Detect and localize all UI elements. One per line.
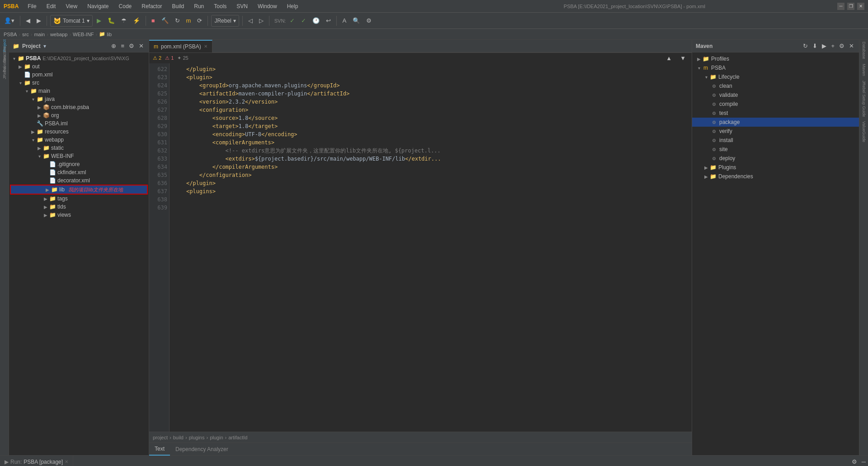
valueguide-icon[interactable]: ValueGuide — [860, 119, 868, 144]
bc-artifactid[interactable]: artifactId — [228, 435, 247, 440]
code-editor[interactable]: </plugin> <plugin> <groupId>org.apache.m… — [170, 63, 692, 432]
maven-deploy[interactable]: ⚙ deploy — [692, 154, 859, 163]
menu-edit[interactable]: Edit — [45, 2, 58, 10]
maven-validate[interactable]: ⚙ validate — [692, 90, 859, 100]
project-scroll-target[interactable]: ⊕ — [110, 42, 118, 50]
tree-item-webinf[interactable]: ▾ 📁 WEB-INF — [9, 152, 149, 160]
toolbar-user-icon[interactable]: 👤▾ — [2, 16, 17, 25]
warnings-down[interactable]: ▼ — [678, 53, 688, 63]
bc-project[interactable]: project — [153, 435, 168, 440]
tomcat-dropdown[interactable]: 🐱 Tomcat 1 ▾ — [50, 15, 93, 27]
tree-item-lib[interactable]: ▶ 📁 lib 我的项目lib文件夹所在地 — [10, 185, 148, 195]
svn-commit[interactable]: ✓ — [299, 16, 308, 25]
menu-navigate[interactable]: Navigate — [85, 2, 110, 10]
tree-item-psba-iml[interactable]: ▶ 🔧 PSBA.iml — [9, 119, 149, 128]
tab-pom-xml[interactable]: m pom.xml (PSBA) ✕ — [149, 40, 212, 52]
maven-install[interactable]: ⚙ install — [692, 136, 859, 145]
toolbar-back-icon[interactable]: ◀ — [24, 16, 33, 25]
tree-item-com[interactable]: ▶ 📦 com.blrise.psba — [9, 103, 149, 111]
menu-file[interactable]: File — [26, 2, 38, 10]
run-tab-close[interactable]: ✕ — [65, 459, 68, 464]
tree-item-tags[interactable]: ▶ 📁 tags — [9, 195, 149, 203]
breadcrumb-src[interactable]: src — [22, 32, 29, 37]
maven-profiles[interactable]: ▶ 📁 Profiles — [692, 54, 859, 63]
bc-build[interactable]: build — [173, 435, 184, 440]
project-panel-chevron[interactable]: ▾ — [43, 43, 46, 49]
bottom-minimize[interactable]: ─ — [859, 457, 868, 466]
reload-button[interactable]: ⟳ — [195, 16, 204, 25]
breadcrumb-webapp[interactable]: webapp — [50, 32, 68, 37]
maven-plugins[interactable]: ▶ 📁 Plugins — [692, 163, 859, 172]
bc-plugin[interactable]: plugin — [210, 435, 223, 440]
project-collapse[interactable]: ≡ — [119, 42, 126, 50]
menu-window[interactable]: Window — [256, 2, 279, 10]
maven-psba[interactable]: ▾ m PSBA — [692, 63, 859, 72]
bc-plugins[interactable]: plugins — [189, 435, 205, 440]
warnings-up[interactable]: ▲ — [664, 53, 674, 63]
tree-item-ckfinder[interactable]: ▶ 📄 ckfinder.xml — [9, 168, 149, 176]
breadcrumb-main[interactable]: main — [34, 32, 45, 37]
maven-test[interactable]: ⚙ test — [692, 109, 859, 118]
debug-button[interactable]: 🐛 — [105, 16, 117, 25]
jrebel-setup-icon[interactable]: JRebel Setup Guide — [860, 79, 868, 119]
tree-item-java[interactable]: ▾ 📁 java — [9, 95, 149, 103]
maven-add[interactable]: + — [830, 42, 836, 50]
tree-item-gitignore[interactable]: ▶ 📄 .gitignore — [9, 160, 149, 168]
maven-package[interactable]: ⚙ package — [692, 118, 859, 127]
tree-item-tlds[interactable]: ▶ 📁 tlds — [9, 203, 149, 211]
tree-item-static[interactable]: ▶ 📁 static — [9, 144, 149, 152]
menu-svn[interactable]: SVN — [235, 2, 250, 10]
maven-settings[interactable]: ⚙ — [838, 42, 846, 50]
restore-button[interactable]: ❐ — [847, 3, 854, 10]
toolbar-nav-left[interactable]: ◁ — [246, 16, 255, 25]
tree-item-pom[interactable]: ▶ 📄 pom.xml — [9, 71, 149, 79]
maven-refresh[interactable]: ↻ — [802, 42, 809, 50]
breadcrumb-psba[interactable]: PSBA — [4, 32, 17, 37]
menu-view[interactable]: View — [64, 2, 79, 10]
menu-run[interactable]: Run — [192, 2, 206, 10]
menu-refactor[interactable]: Refactor — [140, 2, 164, 10]
tree-item-psba[interactable]: ▾ 📁 PSBA E:\IDEA2021_project_location\SV… — [9, 54, 149, 62]
tree-item-webapp[interactable]: ▾ 📁 webapp — [9, 136, 149, 144]
tab-dependency-analyzer[interactable]: Dependency Analyzer — [170, 443, 234, 456]
translate-button[interactable]: A — [340, 16, 349, 25]
toolbar-nav-right[interactable]: ▷ — [257, 16, 266, 25]
maven-run-lifecycle[interactable]: ▶ — [821, 42, 828, 50]
search-everywhere[interactable]: 🔍 — [350, 16, 362, 25]
menu-build[interactable]: Build — [170, 2, 186, 10]
maven-right-icon[interactable]: Maven — [860, 62, 868, 78]
maven-compile[interactable]: ⚙ compile — [692, 100, 859, 109]
tab-close-button[interactable]: ✕ — [204, 44, 208, 49]
coverage-button[interactable]: ☂ — [119, 16, 129, 25]
menu-tools[interactable]: Tools — [212, 2, 228, 10]
svn-revert[interactable]: ↩ — [324, 16, 333, 25]
run-button[interactable]: ▶ — [94, 16, 104, 25]
tab-text[interactable]: Text — [149, 443, 170, 456]
menu-help[interactable]: Help — [285, 2, 300, 10]
profile-button[interactable]: ⚡ — [131, 16, 142, 25]
tree-item-out[interactable]: ▶ 📁 out — [9, 62, 149, 71]
btab-run-icon[interactable]: ▶ Run: PSBA [package] ✕ — [0, 456, 73, 466]
jrebel-dropdown[interactable]: JRebel ▾ — [211, 15, 239, 27]
database-icon[interactable]: Database — [860, 40, 868, 61]
breadcrumb-lib[interactable]: 📁 lib — [99, 31, 112, 37]
tree-item-resources[interactable]: ▶ 📁 resources — [9, 128, 149, 136]
maven-download[interactable]: ⬇ — [811, 42, 819, 50]
sync-button[interactable]: ↻ — [173, 16, 182, 25]
tree-item-views[interactable]: ▶ 📁 views — [9, 211, 149, 219]
project-gear[interactable]: ⚙ — [127, 42, 136, 50]
jrebel-side-icon[interactable]: JRebel — [0, 69, 9, 77]
svn-update[interactable]: ✓ — [288, 16, 297, 25]
tree-item-main[interactable]: ▾ 📁 main — [9, 87, 149, 95]
breadcrumb-webinf[interactable]: WEB-INF — [73, 32, 94, 37]
tree-item-src[interactable]: ▾ 📁 src — [9, 79, 149, 87]
build-project-button[interactable]: 🔨 — [159, 16, 171, 25]
maven-clean[interactable]: ⚙ clean — [692, 81, 859, 90]
maven-button[interactable]: m — [184, 16, 193, 25]
stop-button[interactable]: ■ — [149, 16, 157, 25]
minimize-button[interactable]: ─ — [837, 3, 844, 10]
maven-dependencies[interactable]: ▶ 📁 Dependencies — [692, 172, 859, 181]
tree-item-decorator[interactable]: ▶ 📄 decorator.xml — [9, 176, 149, 185]
maven-lifecycle[interactable]: ▾ 📁 Lifecycle — [692, 72, 859, 81]
close-button[interactable]: ✕ — [857, 3, 864, 10]
